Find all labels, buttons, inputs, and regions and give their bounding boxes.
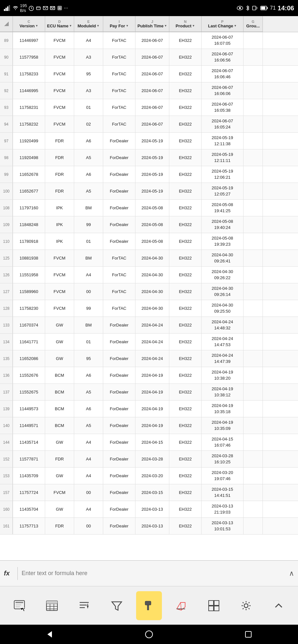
recents-button[interactable] [239,628,258,641]
col-header-n[interactable]: N Product ▼ [169,16,202,32]
cell-last-change[interactable]: 2024-04-19 10:35:18 [202,401,243,417]
cell-group[interactable] [243,99,263,116]
cell-last-change[interactable]: 2024-03-13 21:19:03 [202,501,243,517]
cell-product[interactable]: EH322 [169,267,202,283]
cell-ecu-name[interactable]: BCM [45,384,74,400]
cell-publish-time[interactable]: 2024-03-13 [135,501,169,517]
table-row[interactable]: 136 11552676 BCM A6 ForDealer 2024-04-19… [0,367,298,384]
cell-ecu-name[interactable]: GW [45,334,74,350]
table-row[interactable]: 128 11758230 FVCM 99 ForTAC 2024-04-30 E… [0,300,298,317]
cell-group[interactable] [243,451,263,467]
table-row[interactable]: 98 11920498 FDR A5 ForDealer 2024-05-19 … [0,149,298,166]
cell-product[interactable]: EH322 [169,233,202,250]
cell-version[interactable]: 11652678 [13,166,45,183]
cell-version[interactable]: 11446997 [13,32,45,49]
home-button[interactable] [139,628,159,641]
cell-pay-for[interactable]: ForDealer [103,149,135,166]
cell-pay-for[interactable]: ForDealer [103,484,135,501]
cell-ecu-name[interactable]: FVCM [45,283,74,300]
cell-pay-for[interactable]: ForDealer [103,233,135,250]
cell-ecu-name[interactable]: BCM [45,417,74,434]
cell-moduleld[interactable]: 95 [74,66,103,82]
cell-pay-for[interactable]: ForTAC [103,66,135,82]
toolbar-expand-button[interactable] [266,591,292,620]
cell-ecu-name[interactable]: FDR [45,166,74,183]
cell-version[interactable]: 11551958 [13,267,45,283]
cell-ecu-name[interactable]: IPK [45,233,74,250]
cell-last-change[interactable]: 2024-04-19 10:38:20 [202,367,243,384]
cell-publish-time[interactable]: 2024-04-30 [135,300,169,317]
toolbar-select-button[interactable] [6,591,32,620]
cell-moduleld[interactable]: A5 [74,149,103,166]
cell-pay-for[interactable]: ForDealer [103,401,135,417]
cell-moduleld[interactable]: A6 [74,401,103,417]
cell-moduleld[interactable]: A5 [74,417,103,434]
cell-pay-for[interactable]: ForTAC [103,267,135,283]
cell-group[interactable] [243,32,263,49]
table-row[interactable]: 153 11435709 GW A4 ForDealer 2024-03-20 … [0,468,298,484]
table-row[interactable]: 139 11449573 BCM A6 ForDealer 2024-04-19… [0,401,298,417]
cell-group[interactable] [243,401,263,417]
col-header-c[interactable]: C Version ▼ [13,16,45,32]
cell-last-change[interactable]: 2024-06-07 16:06:46 [202,66,243,82]
cell-product[interactable]: EH322 [169,82,202,99]
cell-ecu-name[interactable]: GW [45,350,74,367]
cell-pay-for[interactable]: ForDealer [103,518,135,534]
cell-publish-time[interactable]: 2024-05-19 [135,149,169,166]
cell-group[interactable] [243,300,263,317]
col-header-i[interactable]: I Pay For ▼ [103,16,135,32]
cell-publish-time[interactable]: 2024-03-13 [135,518,169,534]
cell-ecu-name[interactable]: FDR [45,149,74,166]
cell-ecu-name[interactable]: FVCM [45,484,74,501]
cell-pay-for[interactable]: ForDealer [103,334,135,350]
cell-last-change[interactable]: 2024-06-07 16:06:56 [202,49,243,65]
cell-ecu-name[interactable]: FDR [45,451,74,467]
table-row[interactable]: 90 11577958 FVCM A3 ForTAC 2024-06-07 EH… [0,49,298,66]
cell-last-change[interactable]: 2024-04-30 09:26:41 [202,250,243,266]
col-header-e[interactable]: E Moduleld ▼ [74,16,103,32]
cell-moduleld[interactable]: A6 [74,367,103,384]
cell-version[interactable]: 11435709 [13,468,45,484]
cell-ecu-name[interactable]: GW [45,468,74,484]
cell-last-change[interactable]: 2024-04-30 09:25:50 [202,300,243,317]
table-row[interactable]: 135 11652086 GW 95 ForDealer 2024-04-24 … [0,350,298,367]
cell-product[interactable]: EH322 [169,501,202,517]
cell-product[interactable]: EH322 [169,350,202,367]
cell-version[interactable]: 11758232 [13,116,45,132]
col-j-filter[interactable]: ▼ [164,24,167,27]
toolbar-format-painter-button[interactable] [136,591,162,620]
cell-group[interactable] [243,417,263,434]
cell-version[interactable]: 11920499 [13,133,45,149]
cell-moduleld[interactable]: 99 [74,300,103,317]
cell-group[interactable] [243,250,263,266]
cell-pay-for[interactable]: ForDealer [103,317,135,333]
cell-ecu-name[interactable]: BCM [45,401,74,417]
cell-publish-time[interactable]: 2024-05-19 [135,166,169,183]
col-c-filter[interactable]: ▼ [35,24,38,27]
cell-ecu-name[interactable]: IPK [45,200,74,216]
table-row[interactable]: 137 11552675 BCM A5 ForDealer 2024-04-19… [0,384,298,401]
cell-pay-for[interactable]: ForTAC [103,250,135,266]
cell-last-change[interactable]: 2024-05-08 19:41:25 [202,200,243,216]
cell-last-change[interactable]: 2024-05-19 12:06:21 [202,166,243,183]
table-row[interactable]: 110 11780918 IPK 01 ForDealer 2024-05-08… [0,233,298,250]
cell-version[interactable]: 11757713 [13,518,45,534]
cell-moduleld[interactable]: A5 [74,183,103,199]
cell-pay-for[interactable]: ForTAC [103,99,135,116]
cell-ecu-name[interactable]: FVCM [45,250,74,266]
cell-product[interactable]: EH322 [169,166,202,183]
cell-version[interactable]: 11449573 [13,401,45,417]
cell-moduleld[interactable]: A4 [74,32,103,49]
cell-ecu-name[interactable]: IPK [45,216,74,233]
cell-product[interactable]: EH322 [169,283,202,300]
table-row[interactable]: 92 11446995 FVCM A3 ForTAC 2024-06-07 EH… [0,82,298,99]
cell-product[interactable]: EH322 [169,317,202,333]
cell-ecu-name[interactable]: FVCM [45,49,74,65]
cell-pay-for[interactable]: ForDealer [103,417,135,434]
cell-product[interactable]: EH322 [169,334,202,350]
cell-group[interactable] [243,468,263,484]
table-row[interactable]: 157 11757724 FVCM 00 ForDealer 2024-03-1… [0,484,298,501]
cell-ecu-name[interactable]: FVCM [45,66,74,82]
cell-ecu-name[interactable]: GW [45,317,74,333]
cell-version[interactable]: 11758230 [13,300,45,317]
